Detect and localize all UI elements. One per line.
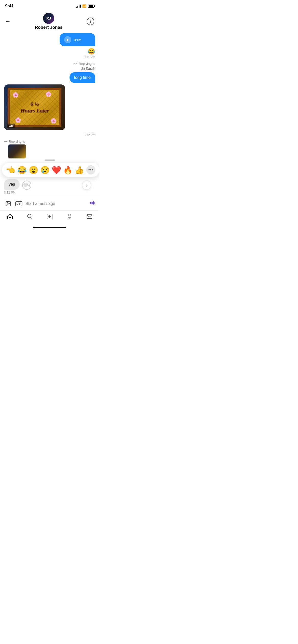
reaction-popup: 👈 😂 😮 😢 ❤️ 🔥 👍 ••• [2,163,99,177]
gif-label: GIF [7,124,15,128]
image-icon [5,201,11,207]
reply-out-section: ↩ Replying to Jo Sarah long time [0,62,99,83]
status-time: 9:41 [5,4,14,9]
reply-in-section: ↪ Replying to [0,139,99,158]
gif-frame: 🌸 🌸 🌸 🌸 6 ½Hours Later [8,88,61,127]
more-icon: ••• [88,167,93,173]
reaction-emoji-laugh[interactable]: 😂 [17,166,27,174]
reaction-emoji-wow[interactable]: 😮 [29,166,38,174]
reaction-emoji-cry[interactable]: 😢 [40,166,50,174]
gif-flower-4: 🌸 [50,118,57,124]
voice-message-row: ▶ 0:05 [4,33,95,46]
avatar[interactable]: RJ [43,13,54,24]
gif-text: 6 ½Hours Later [20,101,49,114]
replying-to-row-out: ↩ Replying to [4,62,95,66]
yes-text: yes [9,182,15,186]
reaction-emoji-point[interactable]: 👈 [6,166,15,174]
replied-name: Jo Sarah [4,67,95,71]
gif-button[interactable]: GIF [15,200,23,208]
search-icon [26,213,33,220]
gif-flower-1: 🌸 [12,92,19,98]
replying-to-label-out: Replying to [79,62,95,66]
nav-compose[interactable] [46,213,53,220]
compose-icon [46,213,53,220]
drag-indicator [45,159,55,161]
info-icon: i [90,19,91,24]
input-bar: GIF [0,197,99,210]
gif-message-row: 🌸 🌸 🌸 🌸 6 ½Hours Later GIF [4,84,95,132]
gif-icon: GIF [15,201,22,206]
image-upload-button[interactable] [4,200,12,208]
voice-timestamp: 3:11 PM [4,55,95,59]
replying-to-row-in: ↪ Replying to [4,139,95,143]
voice-waves-icon [89,200,95,206]
svg-line-13 [31,217,33,219]
arrow-down-icon: ↓ [86,183,88,187]
signal-bars-icon [76,5,81,8]
voice-message-section: ▶ 0:05 😂 3:11 PM [0,33,99,59]
wifi-icon: 📶 [82,4,86,8]
mail-icon [86,213,93,220]
voice-bubble[interactable]: ▶ 0:05 [60,33,95,46]
yes-bubble[interactable]: yes [4,179,20,190]
reply-arrow-icon: ↩ [74,62,77,66]
nav-messages[interactable] [86,213,93,220]
voice-input-button[interactable] [89,200,95,208]
emoji-reaction: 😂 [4,48,95,55]
voice-duration: 0:05 [74,38,81,42]
status-bar: 9:41 📶 [0,0,99,11]
add-reaction-button[interactable]: 🤍+ [22,181,31,190]
replying-to-label-in: Replying to [9,140,25,143]
status-icons: 📶 [76,4,94,8]
reaction-emoji-heart[interactable]: ❤️ [52,166,61,174]
svg-text:GIF: GIF [17,202,21,205]
reaction-emoji-thumbs[interactable]: 👍 [75,166,84,174]
chat-header: ← RJ Robert Jonas i [0,11,99,33]
home-indicator [33,227,66,228]
long-time-text: long time [74,75,91,80]
yes-row: yes 🤍+ [4,179,31,190]
home-icon [7,213,13,220]
yes-message-wrapper: yes 🤍+ ↓ [0,179,99,190]
message-input[interactable] [25,201,87,206]
conversation-area: ▶ 0:05 😂 3:11 PM ↩ Replying to Jo Sarah … [0,33,99,194]
gif-flower-2: 🌸 [45,91,52,97]
long-time-message-row: long time [4,72,95,83]
svg-point-1 [7,202,8,203]
long-time-bubble[interactable]: long time [70,72,95,83]
reaction-more-button[interactable]: ••• [86,165,95,174]
nav-home[interactable] [7,213,13,220]
yes-timestamp: 3:12 PM [0,191,99,194]
back-button[interactable]: ← [5,18,11,25]
gif-inner: 🌸 🌸 🌸 🌸 6 ½Hours Later [4,84,65,130]
reaction-emoji-fire[interactable]: 🔥 [63,166,73,174]
gif-container[interactable]: 🌸 🌸 🌸 🌸 6 ½Hours Later GIF [4,84,65,130]
gif-timestamp: 3:12 PM [4,133,95,137]
laugh-emoji: 😂 [88,48,95,55]
bottom-nav [0,210,99,225]
nav-notifications[interactable] [66,213,73,220]
contact-name[interactable]: Robert Jonas [35,25,63,30]
play-button[interactable]: ▶ [64,36,71,43]
scroll-down-button[interactable]: ↓ [82,181,91,190]
heart-plus-icon: 🤍+ [23,183,30,188]
gif-message-section: 🌸 🌸 🌸 🌸 6 ½Hours Later GIF 3:12 PM [0,84,99,137]
reply-thumbnail [8,144,26,158]
reaction-popup-wrapper: 👈 😂 😮 😢 ❤️ 🔥 👍 ••• [0,159,99,177]
battery-icon [88,5,94,8]
gif-flower-3: 🌸 [15,117,21,123]
nav-search[interactable] [26,213,33,220]
avatar-initials: RJ [46,16,51,20]
header-center: RJ Robert Jonas [35,13,63,30]
info-button[interactable]: i [87,18,94,25]
bell-icon [66,213,73,220]
reply-arrow-in-icon: ↪ [4,139,7,143]
